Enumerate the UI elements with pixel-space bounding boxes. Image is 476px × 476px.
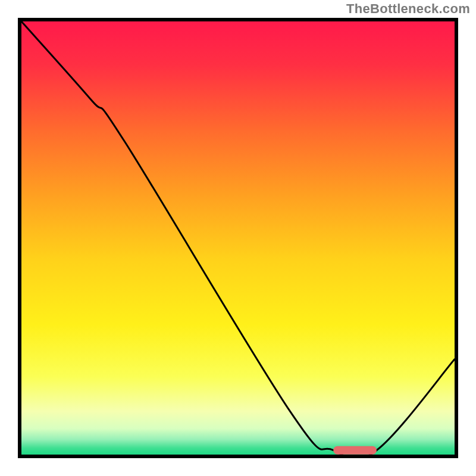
watermark-text: TheBottleneck.com <box>346 1 470 17</box>
chart-container: TheBottleneck.com <box>0 0 476 476</box>
chart-frame <box>18 18 458 458</box>
highlight-marker <box>333 446 377 455</box>
chart-canvas <box>21 21 455 455</box>
gradient-background <box>21 21 455 455</box>
